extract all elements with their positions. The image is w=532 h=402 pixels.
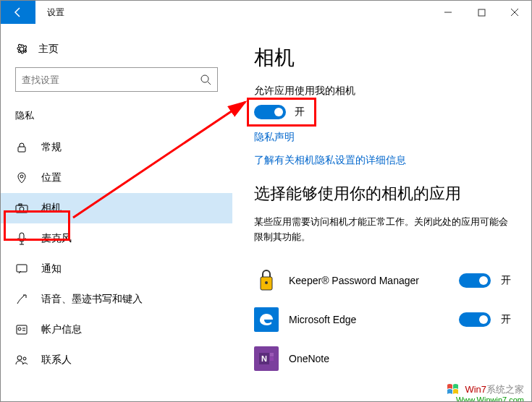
- app-name: Keeper® Password Manager: [289, 275, 449, 286]
- svg-point-17: [17, 356, 22, 360]
- app-name: OneNote: [289, 353, 515, 364]
- svg-rect-12: [17, 265, 27, 272]
- svg-point-20: [265, 281, 268, 284]
- app-name: Microsoft Edge: [289, 314, 449, 325]
- keeper-icon: [254, 268, 279, 293]
- app-row: Keeper® Password Manager 开: [254, 261, 515, 300]
- close-button[interactable]: [498, 1, 531, 24]
- app-state: 开: [501, 313, 515, 326]
- nav-label: 麦克风: [41, 232, 72, 245]
- speech-icon: [15, 293, 28, 306]
- svg-rect-24: [270, 357, 274, 361]
- sidebar-item-notifications[interactable]: 通知: [1, 254, 232, 284]
- search-input[interactable]: [22, 74, 200, 85]
- section-label: 隐私: [1, 106, 232, 132]
- svg-rect-10: [19, 204, 22, 205]
- nav-label: 相机: [41, 202, 62, 215]
- minimize-icon: [444, 8, 452, 17]
- search-box[interactable]: [15, 67, 218, 92]
- svg-text:N: N: [261, 354, 267, 363]
- windows-logo-icon: [446, 382, 462, 397]
- allow-toggle[interactable]: [254, 105, 286, 119]
- window-controls: [431, 1, 531, 24]
- gear-icon: [15, 43, 28, 56]
- window-title: 设置: [47, 7, 431, 19]
- svg-rect-6: [18, 147, 25, 152]
- nav-label: 通知: [41, 262, 62, 275]
- nav-label: 常规: [41, 141, 62, 154]
- maximize-button[interactable]: [465, 1, 498, 24]
- sidebar-item-microphone[interactable]: 麦克风: [1, 223, 232, 254]
- app-row: N OneNote: [254, 339, 515, 378]
- svg-rect-1: [478, 9, 485, 16]
- toggle-state: 开: [295, 106, 305, 119]
- watermark: Win7系统之家 Www.Winwin7.com: [446, 382, 524, 397]
- app-state: 开: [501, 274, 515, 287]
- search-icon: [200, 74, 211, 85]
- svg-point-4: [201, 75, 208, 82]
- svg-rect-11: [20, 233, 24, 240]
- notification-icon: [15, 262, 28, 275]
- privacy-link[interactable]: 隐私声明: [254, 131, 515, 144]
- titlebar: 设置: [1, 1, 531, 24]
- edge-icon: [254, 307, 279, 332]
- back-button[interactable]: [1, 1, 35, 24]
- microphone-icon: [15, 232, 28, 245]
- svg-rect-25: [270, 362, 274, 364]
- learn-more-link[interactable]: 了解有关相机隐私设置的详细信息: [254, 154, 515, 167]
- contacts-icon: [15, 354, 28, 367]
- nav-label: 语音、墨迹书写和键入: [41, 293, 143, 306]
- app-toggle[interactable]: [459, 312, 491, 327]
- sidebar-item-contacts[interactable]: 联系人: [1, 345, 232, 375]
- svg-point-7: [20, 175, 23, 178]
- svg-line-5: [208, 82, 211, 85]
- app-toggle[interactable]: [459, 273, 491, 288]
- sidebar: 主页 隐私 常规 位置 相机 麦克风 通知 语音、墨迹书写和键入: [1, 24, 232, 401]
- home-label: 主页: [38, 43, 59, 56]
- close-icon: [510, 8, 519, 17]
- sidebar-item-speech[interactable]: 语音、墨迹书写和键入: [1, 284, 232, 315]
- maximize-icon: [478, 9, 486, 17]
- location-icon: [15, 171, 28, 184]
- lock-icon: [15, 141, 28, 154]
- sidebar-item-location[interactable]: 位置: [1, 163, 232, 193]
- camera-icon: [15, 202, 28, 215]
- svg-point-9: [20, 207, 24, 211]
- sidebar-item-account[interactable]: 帐户信息: [1, 315, 232, 345]
- account-icon: [15, 323, 28, 336]
- content-area: 相机 允许应用使用我的相机 开 隐私声明 了解有关相机隐私设置的详细信息 选择能…: [232, 24, 531, 401]
- app-row: Microsoft Edge 开: [254, 300, 515, 339]
- sidebar-item-camera[interactable]: 相机: [1, 193, 232, 223]
- page-title: 相机: [254, 44, 515, 72]
- choose-heading: 选择能够使用你的相机的应用: [254, 183, 515, 205]
- minimize-button[interactable]: [431, 1, 465, 24]
- choose-description: 某些应用需要访问相机才能正常工作。关闭此处的应用可能会限制其功能。: [254, 215, 515, 245]
- nav-label: 位置: [41, 171, 62, 184]
- onenote-icon: N: [254, 346, 279, 371]
- nav-label: 帐户信息: [41, 323, 82, 336]
- svg-rect-23: [270, 353, 274, 356]
- allow-label: 允许应用使用我的相机: [254, 85, 515, 98]
- arrow-left-icon: [12, 7, 24, 18]
- home-row[interactable]: 主页: [1, 37, 232, 67]
- svg-point-14: [18, 328, 21, 330]
- svg-point-18: [23, 357, 26, 360]
- nav-label: 联系人: [41, 354, 72, 367]
- sidebar-item-general[interactable]: 常规: [1, 132, 232, 163]
